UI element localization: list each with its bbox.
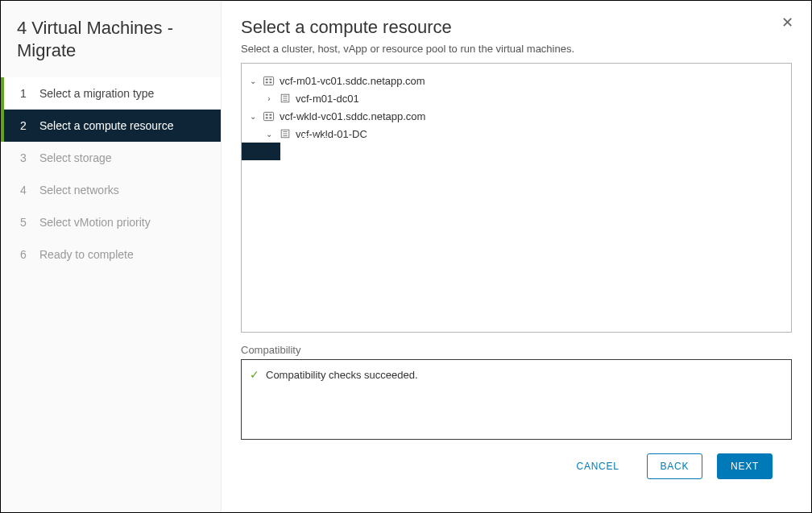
step-vmotion-priority[interactable]: 5 Select vMotion priority — [1, 206, 221, 238]
main-panel: ✕ Select a compute resource Select a clu… — [222, 1, 811, 512]
compatibility-message: Compatibility checks succeeded. — [266, 369, 418, 381]
step-number: 5 — [20, 216, 31, 229]
back-button[interactable]: BACK — [647, 453, 703, 479]
tree-label: vcf-m01-vc01.sddc.netapp.com — [280, 75, 425, 87]
tree-node-cluster-selected[interactable]: IT-INF-WKLD-01 — [241, 143, 280, 160]
tree-node-vcenter[interactable]: ⌄ vcf-wkld-vc01.sddc.netapp.com — [248, 107, 785, 125]
wizard-title: 4 Virtual Machines - Migrate — [1, 17, 221, 77]
vcenter-icon — [263, 110, 275, 122]
cluster-icon — [280, 146, 292, 158]
wizard-sidebar: 4 Virtual Machines - Migrate 1 Select a … — [1, 1, 222, 512]
chevron-down-icon[interactable]: ⌄ — [264, 130, 274, 139]
svg-rect-18 — [281, 147, 286, 155]
wizard-footer: CANCEL BACK NEXT — [241, 440, 792, 495]
tree-node-datacenter[interactable]: › vcf-m01-dc01 — [264, 89, 785, 107]
tree-node-datacenter[interactable]: ⌄ vcf-wkld-01-DC — [264, 125, 785, 143]
cancel-button[interactable]: CANCEL — [564, 454, 632, 478]
page-title: Select a compute resource — [241, 17, 792, 38]
datacenter-icon — [279, 93, 291, 105]
step-label: Ready to complete — [39, 248, 134, 261]
svg-rect-2 — [266, 81, 268, 83]
compatibility-label: Compatibility — [241, 344, 792, 356]
close-icon[interactable]: ✕ — [781, 15, 793, 30]
next-button[interactable]: NEXT — [717, 453, 773, 479]
svg-rect-13 — [269, 117, 271, 118]
step-number: 2 — [20, 119, 31, 132]
vcenter-icon — [263, 75, 275, 87]
step-storage[interactable]: 3 Select storage — [1, 142, 221, 174]
svg-rect-11 — [266, 117, 268, 118]
tree-label: vcf-wkld-vc01.sddc.netapp.com — [280, 110, 425, 122]
step-label: Select storage — [39, 151, 112, 164]
check-icon: ✓ — [250, 368, 259, 381]
compatibility-status: ✓ Compatibility checks succeeded. — [250, 368, 783, 381]
chevron-down-icon[interactable]: ⌄ — [248, 77, 258, 85]
svg-rect-10 — [266, 114, 268, 115]
step-label: Select a compute resource — [39, 119, 174, 132]
wizard-steps: 1 Select a migration type 2 Select a com… — [1, 77, 221, 271]
chevron-down-icon[interactable]: ⌄ — [248, 112, 258, 121]
step-label: Select vMotion priority — [39, 216, 151, 229]
page-subtitle: Select a cluster, host, vApp or resource… — [241, 43, 792, 55]
tree-node-vcenter[interactable]: ⌄ vcf-m01-vc01.sddc.netapp.com — [248, 72, 785, 89]
svg-rect-12 — [269, 114, 271, 115]
svg-rect-0 — [263, 77, 273, 85]
svg-rect-3 — [269, 78, 271, 80]
step-compute-resource[interactable]: 2 Select a compute resource — [1, 110, 221, 142]
svg-rect-1 — [266, 78, 268, 80]
step-number: 1 — [20, 87, 31, 100]
step-number: 4 — [20, 184, 31, 197]
svg-rect-19 — [287, 147, 292, 155]
tree-label: vcf-m01-dc01 — [296, 93, 359, 105]
tree-label: IT-INF-WKLD-01 — [299, 134, 333, 170]
compatibility-box: ✓ Compatibility checks succeeded. — [241, 359, 792, 440]
resource-tree[interactable]: ⌄ vcf-m01-vc01.sddc.netapp.com › — [241, 63, 792, 333]
step-label: Select a migration type — [39, 87, 154, 100]
step-networks[interactable]: 4 Select networks — [1, 174, 221, 206]
step-ready-complete[interactable]: 6 Ready to complete — [1, 238, 221, 271]
step-label: Select networks — [39, 184, 119, 197]
step-number: 6 — [20, 248, 31, 261]
svg-rect-4 — [269, 81, 271, 83]
datacenter-icon — [279, 128, 291, 140]
chevron-right-icon[interactable]: › — [264, 94, 274, 103]
svg-rect-9 — [263, 112, 273, 120]
step-number: 3 — [20, 151, 31, 164]
step-migration-type[interactable]: 1 Select a migration type — [1, 77, 221, 110]
